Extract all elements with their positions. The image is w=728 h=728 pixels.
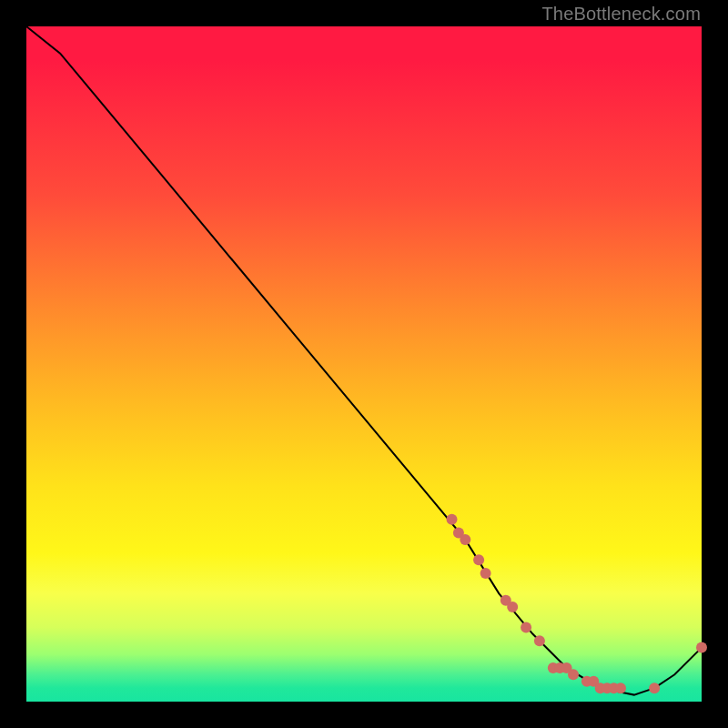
bottleneck-curve [26, 26, 702, 695]
marker-group [447, 514, 708, 694]
credit-watermark: TheBottleneck.com [541, 4, 701, 25]
chart-frame: TheBottleneck.com [0, 0, 728, 728]
marker-dot [521, 622, 531, 632]
chart-overlay [26, 26, 702, 702]
marker-dot [534, 635, 545, 646]
marker-dot [507, 602, 518, 612]
marker-dot [480, 568, 491, 579]
marker-dot [696, 642, 707, 653]
marker-dot [649, 682, 660, 693]
marker-dot [473, 554, 484, 565]
marker-dot [460, 534, 470, 545]
marker-dot [615, 682, 626, 693]
marker-dot [447, 514, 458, 525]
marker-dot [568, 669, 579, 680]
